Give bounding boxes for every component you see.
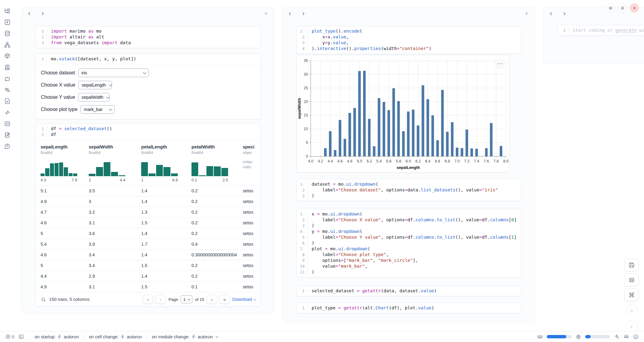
chart-menu-button[interactable] [495,59,505,69]
code-line[interactable]: 2 label="Choose X value", options=df.col… [297,217,521,223]
cell-vstack[interactable]: 1mo.vstack([dataset, x, y, plot]) Choose… [36,54,261,119]
code-line[interactable]: 2import altair as alt [36,34,260,40]
save-button[interactable] [624,258,639,271]
column-histogram[interactable] [89,159,125,176]
code-editor[interactable]: 1df = selected_dataset()2df [36,124,260,140]
help-icon[interactable] [4,143,10,149]
column-next-button[interactable] [562,11,567,16]
cell-xy-plot-dropdowns[interactable]: 1x = mo.ui.dropdown(2 label="Choose X va… [296,209,521,277]
last-page-button[interactable]: » [220,295,230,304]
assistant-bot-icon[interactable] [624,334,629,340]
code-line[interactable]: 11) [297,269,521,275]
notebook-icon[interactable] [4,132,10,138]
code-editor[interactable]: 1dataset = mo.ui.dropdown(2 label="Choos… [297,179,521,201]
logs-scroll-icon[interactable] [4,64,10,70]
code-line[interactable]: 10 value="mark_bar", [297,263,521,269]
errors-button[interactable]: 0 [5,334,14,339]
code-line[interactable]: 2df [36,132,260,137]
x-value-select[interactable]: sepalLength [78,81,112,89]
layout-button[interactable] [624,273,639,286]
column-next-button[interactable] [41,11,45,16]
cell-imports[interactable]: 1import marimo as mo2import altair as al… [36,26,261,48]
cell-selected-dataset[interactable]: 1selected_dataset = getattr(data, datase… [296,286,521,296]
column-histogram[interactable] [41,159,77,176]
code-line[interactable]: 7plot = mo.ui.dropdown( [297,246,521,252]
dependency-graph-icon[interactable] [4,41,10,48]
code-line[interactable]: 2 x=x.value, [297,34,521,40]
first-page-button[interactable]: « [143,295,153,304]
code-line[interactable]: 4).interactive().properties(width="conta… [297,46,521,52]
code-line[interactable]: 1plot_type().encode( [297,28,521,34]
code-editor[interactable]: 1import marimo as mo2import altair as al… [36,26,260,48]
code-editor[interactable]: 1selected_dataset = getattr(data, datase… [297,286,521,296]
code-line[interactable]: 1x = mo.ui.dropdown( [297,211,521,217]
next-page-button[interactable]: › [207,295,217,304]
code-line[interactable]: 1plot_type = getattr(alt.Chart(df), plot… [297,305,521,311]
runtime-setting[interactable]: on module change:autorun [147,334,222,339]
code-line[interactable]: 1import marimo as mo [36,28,260,34]
column-header-petalWidth[interactable]: petalWidthfloat640.12.5 [191,144,243,182]
column-histogram[interactable] [191,159,228,176]
code-editor[interactable]: 1plot_type().encode(2 x=x.value,3 y=y.va… [297,26,521,54]
dataset-select[interactable]: iris [78,69,149,77]
add-cell-button[interactable] [263,11,269,16]
code-line[interactable]: 1mo.vstack([dataset, x, y, plot]) [36,56,260,62]
column-histogram[interactable] [141,159,178,176]
column-prev-button[interactable] [288,11,293,16]
shutdown-button[interactable] [630,3,639,12]
column-prev-button[interactable] [549,11,554,16]
bar-chart[interactable]: 4.04.24.44.64.85.05.25.45.65.86.06.26.46… [297,55,509,172]
chat-bot-icon[interactable] [4,75,10,82]
code-line[interactable]: 4y = mo.ui.dropdown( [297,229,521,234]
ai-sparkle-icon[interactable] [614,334,620,340]
editor-placeholder[interactable]: Start coding or generate with [569,27,644,33]
column-header-sepalWidth[interactable]: sepalWidthfloat6424.4 [89,144,141,182]
code-line[interactable]: 5 label="Choose Y value", options=df.col… [297,234,521,240]
cell-plot-type[interactable]: 1plot_type = getattr(alt.Chart(df), plot… [296,303,521,313]
code-line[interactable]: 3 y=y.value, [297,40,521,46]
column-header-sepalLength[interactable]: sepalLengthfloat644.37.9 [41,144,89,182]
column-header-speci[interactable]: speciobjecuniqunulls: [243,144,260,182]
plot-type-select[interactable]: mark_bar [80,105,115,114]
column-header-petalLength[interactable]: petalLengthfloat6416.9 [141,144,191,182]
tracing-icon[interactable] [4,109,10,116]
code-line[interactable]: 6) [297,240,521,246]
prev-page-button[interactable]: ‹ [156,295,166,304]
stop-button[interactable] [625,305,638,317]
code-line[interactable]: 1dataset = mo.ui.dropdown( [297,181,521,187]
code-line[interactable]: 9 options=["mark_bar", "mark_circle"], [297,258,521,263]
settings-button[interactable] [618,3,627,12]
y-value-select[interactable]: sepalWidth [78,93,110,102]
chart-output[interactable]: 4.04.24.44.64.85.05.25.45.65.86.06.26.46… [296,55,509,173]
code-line[interactable]: 3from vega_datasets import data [36,40,260,46]
keyboard-shortcuts-button[interactable] [624,288,639,301]
code-line[interactable]: 2 label="Choose dataset", options=data.l… [297,187,521,193]
code-editor[interactable]: 1plot_type = getattr(alt.Chart(df), plot… [297,303,521,313]
cell-dataset-dropdown[interactable]: 1dataset = mo.ui.dropdown(2 label="Choos… [296,179,521,201]
snippets-icon[interactable] [4,98,10,104]
code-line[interactable]: 3) [297,223,521,229]
cell-df[interactable]: 1df = selected_dataset()2df sepalLengthf… [36,123,261,307]
code-editor[interactable]: 1mo.vstack([dataset, x, y, plot]) [36,54,260,64]
code-editor[interactable]: 1x = mo.ui.dropdown(2 label="Choose X va… [297,209,521,277]
code-line[interactable]: 3) [297,193,521,199]
cell-new-empty[interactable]: 1 Start coding or generate with [557,25,644,36]
function-square-icon[interactable] [4,19,10,25]
cell-plot-encode[interactable]: 1plot_type().encode(2 x=x.value,3 y=y.va… [296,26,521,54]
terminal-button[interactable] [19,334,24,339]
download-button[interactable]: Download [232,297,256,302]
code-line[interactable]: 1df = selected_dataset() [36,126,260,132]
column-next-button[interactable] [301,11,306,16]
menu-button[interactable] [606,3,615,12]
database-icon[interactable] [4,30,10,37]
page-select[interactable]: 1 [181,295,193,303]
column-prev-button[interactable] [27,11,32,16]
runtime-setting[interactable]: on startup:autorun [30,334,84,339]
add-cell-button[interactable] [524,11,529,16]
code-line[interactable]: 1selected_dataset = getattr(data, datase… [297,288,521,294]
runtime-setting[interactable]: on cell change:autorun [84,334,147,339]
connection-status-icon[interactable] [633,334,639,340]
search-icon[interactable] [41,297,46,302]
scratchpad-icon[interactable] [4,120,10,127]
package-icon[interactable] [4,53,10,59]
